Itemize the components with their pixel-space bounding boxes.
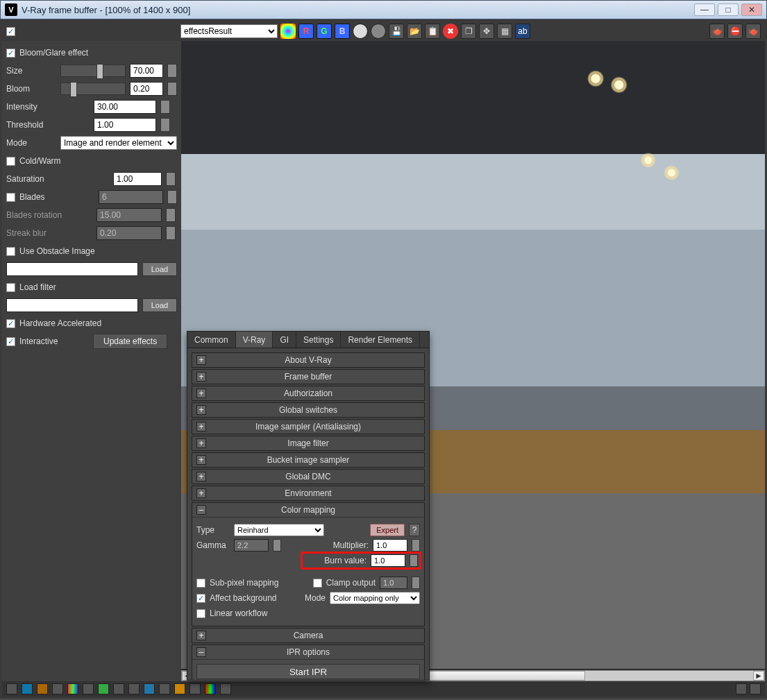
- obstacle-path[interactable]: [6, 262, 138, 276]
- cm-type-select[interactable]: Reinhard: [234, 524, 324, 536]
- sb-icon[interactable]: [736, 683, 747, 694]
- tab-common[interactable]: Common: [187, 332, 236, 348]
- sb-icon[interactable]: [205, 683, 216, 694]
- threshold-spinner[interactable]: [160, 118, 170, 132]
- rollout-global-dmc[interactable]: +Global DMC: [192, 470, 424, 484]
- expert-button[interactable]: Expert: [370, 524, 405, 536]
- obstacle-load-button[interactable]: Load: [142, 262, 177, 276]
- close-button[interactable]: ✕: [741, 3, 762, 16]
- bloom-value[interactable]: 0.20: [130, 82, 163, 96]
- blades-rot-spinner: [166, 208, 176, 222]
- blades-checkbox[interactable]: [6, 193, 15, 202]
- bloom-spinner[interactable]: [167, 82, 177, 96]
- affect-bg-label: Affect background: [210, 593, 277, 603]
- rollout-color-mapping[interactable]: –Color mapping: [192, 503, 424, 517]
- burn-spinner[interactable]: [410, 554, 418, 567]
- rollout-frame-buffer[interactable]: +Frame buffer: [192, 370, 424, 384]
- rollout-image-sampler[interactable]: +Image sampler (Antialiasing): [192, 420, 424, 434]
- duplicate-icon[interactable]: ❐: [461, 24, 476, 39]
- track-mouse-icon[interactable]: ✥: [479, 24, 494, 39]
- scroll-right-icon[interactable]: ►: [753, 671, 764, 681]
- sb-icon[interactable]: [22, 683, 33, 694]
- multiplier-value[interactable]: 1.0: [373, 539, 407, 552]
- sb-icon[interactable]: [750, 683, 761, 694]
- update-effects-button[interactable]: Update effects: [93, 334, 167, 349]
- rollout-image-filter[interactable]: +Image filter: [192, 436, 424, 450]
- intensity-value[interactable]: 30.00: [94, 100, 156, 114]
- history-icon[interactable]: ab: [515, 24, 530, 39]
- maximize-button[interactable]: □: [718, 3, 739, 16]
- sb-icon[interactable]: [113, 683, 124, 694]
- region-icon[interactable]: ▦: [497, 24, 512, 39]
- affect-bg-checkbox[interactable]: ✓: [196, 594, 205, 603]
- size-spinner[interactable]: [167, 64, 177, 78]
- sb-icon[interactable]: [6, 683, 17, 694]
- cm-mode-select[interactable]: Color mapping only: [330, 592, 420, 604]
- enable-effects-checkbox[interactable]: ✓: [6, 27, 15, 36]
- tab-gi[interactable]: GI: [273, 332, 296, 348]
- sb-icon[interactable]: [174, 683, 185, 694]
- bloom-slider[interactable]: [60, 83, 126, 95]
- filter-load-button[interactable]: Load: [142, 298, 177, 312]
- channel-r-button[interactable]: R: [298, 24, 314, 39]
- clipboard-icon[interactable]: 📋: [425, 24, 440, 39]
- hw-accel-checkbox[interactable]: ✓: [6, 319, 15, 328]
- mode-select[interactable]: Image and render element: [60, 136, 177, 150]
- sb-icon[interactable]: [128, 683, 140, 694]
- sb-icon[interactable]: [67, 683, 78, 694]
- channel-select[interactable]: effectsResult: [180, 24, 278, 38]
- rollout-about[interactable]: +About V-Ray: [192, 353, 424, 367]
- color-wheel-icon[interactable]: [280, 24, 296, 39]
- tab-vray[interactable]: V-Ray: [236, 332, 273, 348]
- minimize-button[interactable]: —: [694, 3, 715, 16]
- sb-icon[interactable]: [98, 683, 109, 694]
- load-filter-checkbox[interactable]: [6, 283, 15, 292]
- open-icon[interactable]: 📂: [407, 24, 422, 39]
- cm-mode-label: Mode: [305, 593, 326, 603]
- sb-icon[interactable]: [144, 683, 155, 694]
- start-ipr-button[interactable]: Start IPR: [196, 664, 420, 679]
- sb-icon[interactable]: [159, 683, 170, 694]
- tab-settings[interactable]: Settings: [296, 332, 341, 348]
- sb-icon[interactable]: [37, 683, 48, 694]
- rollout-ipr[interactable]: –IPR options: [192, 645, 424, 659]
- burn-value[interactable]: 1.0: [371, 554, 405, 567]
- channel-b-button[interactable]: B: [335, 24, 350, 39]
- rollout-bucket[interactable]: +Bucket image sampler: [192, 453, 424, 467]
- sb-icon[interactable]: [52, 683, 63, 694]
- teapot-blue-icon[interactable]: 🫖: [745, 24, 761, 39]
- multiplier-spinner[interactable]: [412, 539, 420, 552]
- obstacle-checkbox[interactable]: [6, 247, 15, 256]
- cold-warm-checkbox[interactable]: [6, 157, 15, 166]
- sb-icon[interactable]: [189, 683, 201, 694]
- saturation-value[interactable]: 1.00: [113, 172, 162, 186]
- rollout-global-switches[interactable]: +Global switches: [192, 403, 424, 417]
- settings-tabs: Common V-Ray GI Settings Render Elements: [187, 332, 429, 348]
- channel-g-button[interactable]: G: [317, 24, 332, 39]
- linear-label: Linear workflow: [210, 608, 267, 618]
- rollout-environment[interactable]: +Environment: [192, 486, 424, 500]
- tab-render-elements[interactable]: Render Elements: [341, 332, 420, 348]
- intensity-spinner[interactable]: [160, 100, 170, 114]
- threshold-value[interactable]: 1.00: [94, 118, 156, 132]
- save-icon[interactable]: 💾: [389, 24, 404, 39]
- size-value[interactable]: 70.00: [130, 64, 163, 78]
- clamp-checkbox[interactable]: [313, 579, 322, 588]
- stop-render-icon[interactable]: ⛔: [727, 24, 743, 39]
- linear-checkbox[interactable]: [196, 609, 205, 618]
- rollout-authorization[interactable]: +Authorization: [192, 386, 424, 400]
- help-button[interactable]: ?: [409, 524, 420, 536]
- subpixel-checkbox[interactable]: [196, 579, 205, 588]
- interactive-checkbox[interactable]: ✓: [6, 337, 15, 346]
- filter-path[interactable]: [6, 298, 138, 312]
- saturation-spinner[interactable]: [166, 172, 176, 186]
- clear-icon[interactable]: ✖: [443, 24, 458, 39]
- sb-icon[interactable]: [83, 683, 94, 694]
- mono-button[interactable]: [353, 24, 368, 39]
- alpha-button[interactable]: [371, 24, 386, 39]
- sb-icon[interactable]: [220, 683, 231, 694]
- bloom-glare-checkbox[interactable]: ✓: [6, 49, 15, 58]
- rollout-camera[interactable]: +Camera: [192, 629, 424, 642]
- teapot-green-icon[interactable]: 🫖: [709, 24, 725, 39]
- size-slider[interactable]: [60, 65, 126, 77]
